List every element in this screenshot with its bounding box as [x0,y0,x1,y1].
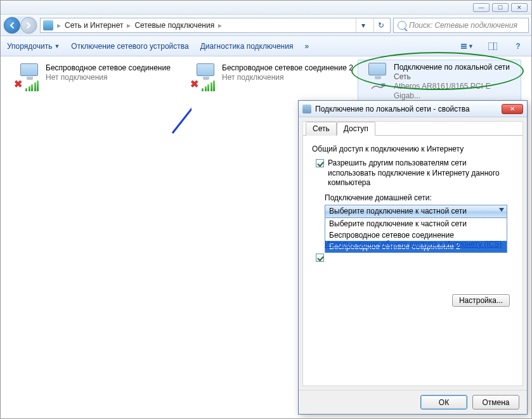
search-input[interactable]: Поиск: Сетевые подключения [393,18,529,33]
control-panel-icon [43,20,53,30]
checkbox-icon[interactable] [316,159,324,167]
configure-button[interactable]: Настройка... [452,294,510,307]
search-placeholder: Поиск: Сетевые подключения [409,21,517,30]
home-network-combo[interactable]: Выберите подключение к частной сети [325,205,507,218]
connection-device: Atheros AR8161/8165 PCI-E Gigab... [394,82,517,101]
network-icon [302,105,311,113]
window-titlebar: — ☐ ✕ [1,1,531,15]
breadcrumb-sep-icon: ▸ [57,21,61,30]
connection-item-wireless-1[interactable]: ✖ Беспроводное сетевое соединение Нет по… [10,61,183,94]
svg-rect-2 [461,47,467,48]
connection-status: Нет подключения [46,73,171,82]
explorer-toolbar: Упорядочить▼ Отключение сетевого устройс… [1,36,531,56]
address-bar-row: ▸ Сеть и Интернет ▸ Сетевые подключения … [1,15,531,36]
breadcrumb-sep-icon: ▸ [127,21,131,30]
search-icon [398,21,406,30]
dialog-footer: ОК Отмена [299,390,527,414]
maximize-button[interactable]: ☐ [492,3,509,12]
group-ics-title: Общий доступ к подключению к Интернету [312,145,514,153]
svg-line-6 [172,89,191,133]
combo-selected-value: Выберите подключение к частной сети [329,207,467,216]
address-bar[interactable]: ▸ Сеть и Интернет ▸ Сетевые подключения … [40,18,391,33]
wireless-disconnected-icon: ✖ [14,63,42,91]
preview-pane-button[interactable] [486,39,500,53]
allow-sharing-label: Разрешить другим пользователям сети испо… [328,158,514,188]
refresh-button[interactable]: ↻ [373,18,387,32]
nav-button-group [3,16,37,34]
connection-name: Беспроводное сетевое соединение [46,63,171,73]
checkbox-icon[interactable] [316,254,324,262]
view-options-button[interactable]: ▼ [460,39,474,53]
minimize-button[interactable]: — [473,3,490,12]
ok-button[interactable]: ОК [420,395,467,409]
connection-status: Нет подключения [222,73,353,82]
close-button[interactable]: ✕ [511,3,528,12]
organize-menu[interactable]: Упорядочить▼ [7,42,60,51]
svg-rect-1 [461,46,467,47]
tab-access-panel: Общий доступ к подключению к Интернету Р… [303,135,522,386]
forward-button[interactable] [20,17,37,34]
svg-rect-3 [488,42,497,50]
chevron-down-icon [499,208,504,212]
disable-device-button[interactable]: Отключение сетевого устройства [71,42,188,51]
lan-connected-icon [362,63,390,91]
dialog-title: Подключение по локальной сети - свойства [315,105,470,113]
toolbar-overflow-button[interactable]: » [304,42,309,51]
breadcrumb-seg-2[interactable]: Сетевые подключения [134,21,214,30]
properties-dialog: Подключение по локальной сети - свойства… [298,100,528,415]
diagnose-connection-button[interactable]: Диагностика подключения [200,42,294,51]
ics-help-link[interactable]: Использование общего доступа к Интернету… [325,239,502,249]
home-network-label: Подключение домашней сети: [325,193,514,202]
wireless-disconnected-icon: ✖ [190,63,218,91]
allow-sharing-checkbox-row[interactable]: Разрешить другим пользователям сети испо… [316,158,514,188]
dialog-body: Сеть Доступ Общий доступ к подключению к… [302,121,523,386]
address-dropdown-button[interactable]: ▾ [356,18,370,32]
tab-network[interactable]: Сеть [306,122,337,136]
connection-name: Беспроводное сетевое соединение 2 [222,63,353,73]
help-button[interactable]: ? [511,39,525,53]
cancel-button[interactable]: Отмена [472,395,519,409]
connection-item-wireless-2[interactable]: ✖ Беспроводное сетевое соединение 2 Нет … [186,61,359,94]
connection-item-lan[interactable]: Подключение по локальной сети Сеть Ather… [358,60,521,104]
tab-access[interactable]: Доступ [337,122,375,136]
connection-status: Сеть [394,72,517,82]
svg-rect-0 [461,44,467,45]
back-button[interactable] [4,17,20,34]
allow-control-checkbox-row[interactable] [316,253,514,262]
connection-name: Подключение по локальной сети [394,63,517,72]
dialog-titlebar[interactable]: Подключение по локальной сети - свойства… [299,101,527,117]
breadcrumb-seg-1[interactable]: Сеть и Интернет [65,21,123,30]
svg-rect-5 [382,84,385,86]
dialog-close-button[interactable]: ✕ [502,104,523,114]
breadcrumb-sep-icon: ▸ [218,21,222,30]
